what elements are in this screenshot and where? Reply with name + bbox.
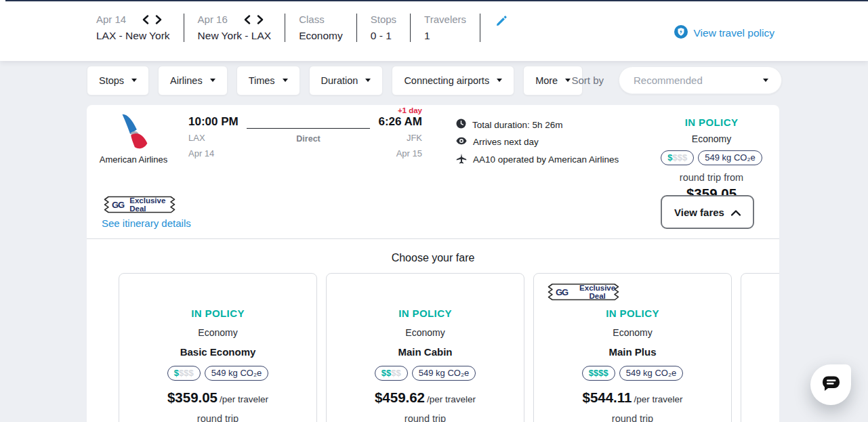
filter-airlines[interactable]: Airlines xyxy=(158,66,228,96)
round-trip-from-label: round trip from xyxy=(644,172,779,183)
airplane-icon xyxy=(456,153,467,166)
policy-status: IN POLICY xyxy=(327,308,524,319)
cabin-label: Economy xyxy=(119,327,316,338)
policy-status: IN POLICY xyxy=(119,308,316,319)
chat-launcher-button[interactable] xyxy=(810,364,851,405)
travelers-value: 1 xyxy=(424,30,466,42)
flight-times: 10:00 PM LAX Apr 14 Direct +1 day 6:26 A… xyxy=(188,114,422,160)
class-label: Class xyxy=(299,14,343,25)
view-fares-button[interactable]: View fares xyxy=(661,195,754,229)
co2-badge: 549 kg CO₂e xyxy=(698,150,762,165)
price-scale-badge: $$$$ xyxy=(375,366,408,381)
fare-name: Basic Economy xyxy=(119,346,316,358)
view-fares-label: View fares xyxy=(674,207,724,218)
fare-price: $544.11 xyxy=(582,389,632,406)
field-class: Class Economy xyxy=(299,14,343,42)
cabin-label: Economy xyxy=(644,133,779,144)
eye-icon xyxy=(456,137,467,147)
cabin-label: Economy xyxy=(534,327,731,338)
divider xyxy=(285,14,285,42)
chevron-left-icon[interactable] xyxy=(142,15,149,24)
sort-area: Sort by Recommended xyxy=(571,65,782,96)
see-itinerary-details-link[interactable]: See itinerary details xyxy=(102,217,191,229)
duration-row: Total duration: 5h 26m xyxy=(456,119,619,131)
flight-details: Total duration: 5h 26m Arrives next day … xyxy=(456,119,619,166)
deal-logo: GG xyxy=(112,200,124,210)
caret-down-icon xyxy=(365,79,371,82)
arrive-date: Apr 15 xyxy=(378,148,422,161)
operated-by-text: AA10 operated by American Airlines xyxy=(473,154,619,165)
price-scale-badge: $$$$ xyxy=(167,366,201,381)
fare-card-partial[interactable] xyxy=(741,273,779,422)
fare-name: Main Plus xyxy=(534,346,731,358)
price-scale-badge: $$$$ xyxy=(661,150,694,165)
fare-cards-row: IN POLICY Economy Basic Economy $$$$ 549… xyxy=(119,273,779,422)
pencil-icon xyxy=(495,19,508,29)
caret-down-icon xyxy=(565,79,571,82)
edit-search-button[interactable] xyxy=(495,15,508,29)
filter-duration[interactable]: Duration xyxy=(309,66,384,96)
divider xyxy=(480,14,480,42)
arrival-note-text: Arrives next day xyxy=(473,137,539,147)
filter-label: Duration xyxy=(321,75,358,86)
field-travelers: Travelers 1 xyxy=(424,14,466,42)
caret-down-icon xyxy=(131,79,137,82)
filter-label: More xyxy=(535,75,558,86)
leg-outbound: Apr 14 LAX - New York xyxy=(96,14,170,42)
fare-card[interactable]: IN POLICY Economy Basic Economy $$$$ 549… xyxy=(119,273,317,422)
chat-bubble-icon xyxy=(822,376,840,394)
travelers-label: Travelers xyxy=(424,14,466,25)
depart-date: Apr 14 xyxy=(188,148,239,161)
stops-value: 0 - 1 xyxy=(371,30,396,42)
round-trip-label: round trip xyxy=(119,413,316,422)
deal-logo: GG xyxy=(556,287,568,297)
chevron-right-icon[interactable] xyxy=(155,15,162,24)
duration-text: Total duration: 5h 26m xyxy=(472,120,563,130)
flight-result-card: American Airlines 10:00 PM LAX Apr 14 Di… xyxy=(87,105,779,422)
operated-by-row: AA10 operated by American Airlines xyxy=(456,153,619,166)
fare-chooser: Choose your fare IN POLICY Economy Basic… xyxy=(87,238,779,422)
chevron-up-icon xyxy=(731,207,741,218)
choose-fare-title: Choose your fare xyxy=(87,252,779,264)
leg-return-route: New York - LAX xyxy=(198,30,272,42)
per-traveler-label: /per traveler xyxy=(427,394,476,404)
chevron-left-icon[interactable] xyxy=(244,15,251,24)
plus-one-day-badge: +1 day xyxy=(398,106,422,114)
leg-outbound-date: Apr 14 xyxy=(96,14,126,25)
fare-name: Main Cabin xyxy=(327,346,524,358)
fare-card[interactable]: IN POLICY Economy Main Cabin $$$$ 549 kg… xyxy=(326,273,524,422)
filter-label: Times xyxy=(249,75,275,86)
filter-stops[interactable]: Stops xyxy=(87,66,149,96)
flight-segment-line xyxy=(247,128,371,129)
fare-card[interactable]: GG Exclusive Deal IN POLICY Economy Main… xyxy=(533,273,732,422)
round-trip-label: round trip xyxy=(534,413,731,422)
exclusive-deal-label: Exclusive Deal xyxy=(573,284,621,300)
leg-return: Apr 16 New York - LAX xyxy=(198,14,272,42)
view-travel-policy-link[interactable]: View travel policy xyxy=(674,25,774,41)
stops-indicator: Direct xyxy=(247,134,371,144)
co2-badge: 549 kg CO₂e xyxy=(412,366,476,381)
policy-status: IN POLICY xyxy=(534,308,731,319)
american-airlines-logo-icon xyxy=(112,142,154,153)
co2-badge: 549 kg CO₂e xyxy=(619,366,683,381)
travel-policy-shield-icon xyxy=(674,25,688,41)
exclusive-deal-badge: GG Exclusive Deal xyxy=(102,196,178,213)
per-traveler-label: /per traveler xyxy=(220,394,268,404)
divider xyxy=(410,14,411,42)
depart-time: 10:00 PM xyxy=(188,114,239,129)
search-summary: Apr 14 LAX - New York Apr 16 xyxy=(96,14,508,42)
field-stops: Stops 0 - 1 xyxy=(371,14,396,42)
arrive-time: 6:26 AM xyxy=(378,114,422,129)
chevron-right-icon[interactable] xyxy=(257,15,264,24)
filter-connecting-airports[interactable]: Connecting airports xyxy=(392,66,514,96)
divider xyxy=(356,14,357,42)
filter-label: Stops xyxy=(99,75,124,86)
caret-down-icon xyxy=(283,79,288,82)
filter-times[interactable]: Times xyxy=(236,66,300,96)
sort-select[interactable]: Recommended xyxy=(619,66,782,94)
round-trip-label: round trip xyxy=(327,413,524,422)
price-scale-badge: $$$$ xyxy=(582,366,615,381)
sort-selected-value: Recommended xyxy=(634,75,703,86)
divider xyxy=(184,14,184,42)
fare-summary: IN POLICY Economy $$$$ 549 kg CO₂e round… xyxy=(644,117,779,202)
